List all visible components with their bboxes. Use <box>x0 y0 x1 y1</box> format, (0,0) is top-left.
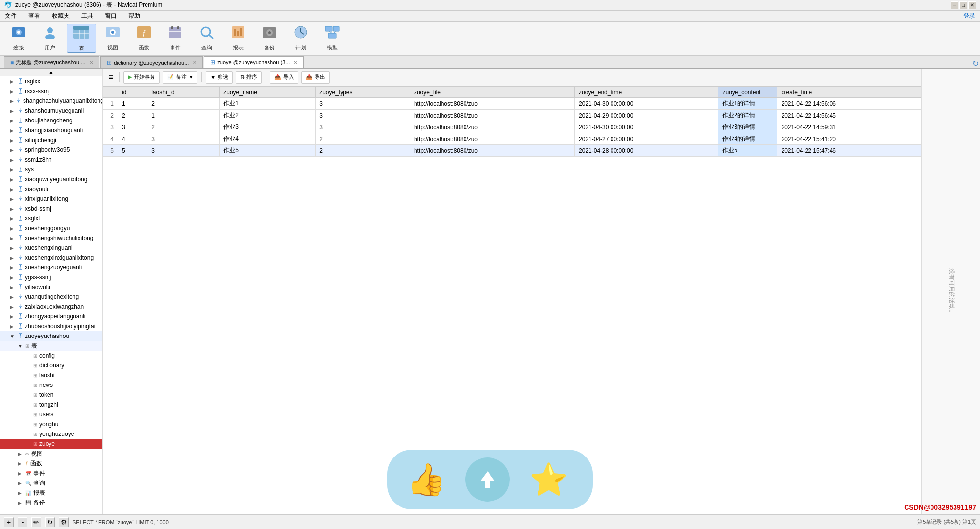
sidebar-item-shouji[interactable]: ▶ 🗄 shoujishangcheng <box>0 116 102 125</box>
sidebar-table-news[interactable]: ⊞ news <box>0 380 102 390</box>
config-button[interactable]: ⚙ <box>59 517 69 527</box>
create-time-cell[interactable]: 2021-04-22 15:47:46 <box>777 145 921 157</box>
sidebar-group-queries[interactable]: ▶ 🔍 查询 <box>0 478 102 488</box>
col-header-zuoye-end-time[interactable]: zuoye_end_time <box>575 87 718 98</box>
sidebar-item-xiaoyoulu[interactable]: ▶ 🗄 xiaoyoulu <box>0 184 102 194</box>
col-header-create-time[interactable]: create_time <box>777 87 921 98</box>
sidebar-item-zaixiaoxuex[interactable]: ▶ 🗄 zaixiaoxuexiwangzhan <box>0 302 102 312</box>
sidebar-item-springboot[interactable]: ▶ 🗄 springbootw3o95 <box>0 145 102 155</box>
zuoye-content-cell[interactable]: 作业3的详情 <box>718 121 777 133</box>
login-button[interactable]: 登录 <box>960 11 978 21</box>
zuoye-types-cell[interactable]: 3 <box>316 110 410 121</box>
create-time-cell[interactable]: 2021-04-22 15:41:20 <box>777 133 921 145</box>
tool-backup[interactable]: 备份 <box>255 24 284 53</box>
zuoye-content-cell[interactable]: 作业5 <box>718 145 777 157</box>
tool-query[interactable]: 查询 <box>192 24 221 53</box>
create-time-cell[interactable]: 2021-04-22 14:56:06 <box>777 98 921 110</box>
sidebar-table-zuoye[interactable]: ⊞ zuoye <box>0 439 102 449</box>
sidebar-item-rsglxx[interactable]: ▶ 🗄 rsglxx <box>0 76 102 86</box>
col-header-zuoye-name[interactable]: zuoye_name <box>220 87 316 98</box>
sidebar-item-xueshengxinxi[interactable]: ▶ 🗄 xueshengxinxiguanlixitong <box>0 253 102 263</box>
sort-button[interactable]: ⇅ 排序 <box>236 71 262 84</box>
tool-event[interactable]: 事件 <box>161 24 190 53</box>
row-num-cell[interactable]: 4 <box>103 133 118 145</box>
create-time-cell[interactable]: 2021-04-22 14:59:31 <box>777 121 921 133</box>
zuoye-end-time-cell[interactable]: 2021-04-28 00:00:00 <box>575 145 718 157</box>
maximize-button[interactable]: □ <box>959 1 967 9</box>
sidebar-item-xinxiguan[interactable]: ▶ 🗄 xinxiguanlixitong <box>0 194 102 204</box>
table-row[interactable]: 443作业42http://localhost:8080/zuo2021-04-… <box>103 133 921 145</box>
sidebar-item-ygss[interactable]: ▶ 🗄 ygss-ssmj <box>0 272 102 282</box>
zuoye-file-cell[interactable]: http://localhost:8080/zuo <box>410 110 574 121</box>
sidebar-table-dictionary[interactable]: ⊞ dictionary <box>0 361 102 370</box>
filter-button[interactable]: ▼ 筛选 <box>206 71 233 84</box>
col-header-zuoye-types[interactable]: zuoye_types <box>316 87 410 98</box>
sidebar-group-reports[interactable]: ▶ 📊 报表 <box>0 488 102 498</box>
id-cell[interactable]: 5 <box>118 145 147 157</box>
sidebar-item-xiaoquwuye[interactable]: ▶ 🗄 xiaoquwuyeguanlixitong <box>0 174 102 184</box>
table-row[interactable]: 112作业13http://localhost:8080/zuo2021-04-… <box>103 98 921 110</box>
sidebar-item-ssm1z8hn[interactable]: ▶ 🗄 ssm1z8hn <box>0 155 102 165</box>
zuoye-name-cell[interactable]: 作业3 <box>220 121 316 133</box>
menu-tools[interactable]: 工具 <box>78 11 96 21</box>
sidebar-table-yonghuzuoye[interactable]: ⊞ yonghuzuoye <box>0 429 102 439</box>
laoshi-id-cell[interactable]: 2 <box>147 121 220 133</box>
tab-unnamed[interactable]: ■ 无标题 @zuoyeyuchashou ... ✕ <box>4 56 99 68</box>
export-button[interactable]: 📤 导出 <box>301 71 330 84</box>
sidebar-item-xsglxt[interactable]: ▶ 🗄 xsglxt <box>0 214 102 223</box>
zuoye-file-cell[interactable]: http://localhost:8080/zuo <box>410 121 574 133</box>
zuoye-types-cell[interactable]: 2 <box>316 145 410 157</box>
sidebar-group-tables[interactable]: ▼ ⊞ 表 <box>0 341 102 351</box>
col-header-zuoye-content[interactable]: zuoye_content <box>718 87 777 98</box>
menu-favorites[interactable]: 收藏夹 <box>49 11 73 21</box>
menu-file[interactable]: 文件 <box>2 11 20 21</box>
zuoye-name-cell[interactable]: 作业2 <box>220 110 316 121</box>
tool-schedule[interactable]: 计划 <box>286 24 316 53</box>
table-menu-icon[interactable]: ≡ <box>107 73 115 82</box>
id-cell[interactable]: 1 <box>118 98 147 110</box>
tool-table[interactable]: 表 <box>67 24 96 53</box>
sidebar-item-xueshengzuoye[interactable]: ▶ 🗄 xueshengzuoyeguanli <box>0 263 102 272</box>
note-button[interactable]: 📝 备注 ▼ <box>163 71 197 84</box>
zuoye-content-cell[interactable]: 作业2的详情 <box>718 110 777 121</box>
sidebar-table-yonghu[interactable]: ⊞ yonghu <box>0 419 102 429</box>
sidebar-item-rsxx-ssmj[interactable]: ▶ 🗄 rsxx-ssmj <box>0 86 102 96</box>
sidebar-group-views[interactable]: ▶ ∞ 视图 <box>0 449 102 458</box>
id-cell[interactable]: 2 <box>118 110 147 121</box>
zuoye-types-cell[interactable]: 3 <box>316 98 410 110</box>
close-button[interactable]: ✕ <box>968 1 976 9</box>
laoshi-id-cell[interactable]: 3 <box>147 145 220 157</box>
sidebar-group-backups[interactable]: ▶ 💾 备份 <box>0 498 102 507</box>
sidebar-item-yuanqu[interactable]: ▶ 🗄 yuanqutingchexitong <box>0 292 102 302</box>
row-num-cell[interactable]: 3 <box>103 121 118 133</box>
tool-connect[interactable]: 连接 <box>4 24 33 53</box>
sidebar-item-yiliaowulu[interactable]: ▶ 🗄 yiliaowulu <box>0 282 102 292</box>
sidebar-item-xueshengxin[interactable]: ▶ 🗄 xueshengxinguanli <box>0 243 102 253</box>
table-row[interactable]: 221作业23http://localhost:8080/zuo2021-04-… <box>103 110 921 121</box>
sidebar-item-shanshao[interactable]: ▶ 🗄 shanshoumuyueguanli <box>0 106 102 116</box>
table-row[interactable]: 332作业33http://localhost:8080/zuo2021-04-… <box>103 121 921 133</box>
tab-zuoye-close[interactable]: ✕ <box>294 60 297 65</box>
sidebar-table-laoshi[interactable]: ⊞ laoshi <box>0 370 102 380</box>
zuoye-file-cell[interactable]: http://localhost:8080/zuo <box>410 145 574 157</box>
sidebar-table-token[interactable]: ⊞ token <box>0 390 102 400</box>
row-num-cell[interactable]: 1 <box>103 98 118 110</box>
tab-dictionary[interactable]: ⊞ dictionary @zuoyeyuchashou... ✕ <box>100 56 203 68</box>
laoshi-id-cell[interactable]: 2 <box>147 98 220 110</box>
delete-row-button[interactable]: - <box>18 517 27 527</box>
sidebar-table-users[interactable]: ⊞ users <box>0 409 102 419</box>
tool-report[interactable]: 报表 <box>223 24 253 53</box>
sidebar-group-funcs[interactable]: ▶ ƒ 函数 <box>0 458 102 468</box>
sidebar-item-shangji[interactable]: ▶ 🗄 shangjixiaoshouguanli <box>0 125 102 135</box>
sidebar-item-zhubao[interactable]: ▶ 🗄 zhubaoshoushijiaoyipingtai <box>0 321 102 331</box>
tool-model[interactable]: 模型 <box>318 24 347 53</box>
sidebar-item-xsbd[interactable]: ▶ 🗄 xsbd-ssmj <box>0 204 102 214</box>
zuoye-end-time-cell[interactable]: 2021-04-29 00:00:00 <box>575 110 718 121</box>
sidebar-item-xueshenggongyu[interactable]: ▶ 🗄 xueshenggongyu <box>0 223 102 233</box>
laoshi-id-cell[interactable]: 3 <box>147 133 220 145</box>
import-button[interactable]: 📥 导入 <box>270 71 298 84</box>
tool-view[interactable]: 视图 <box>98 24 127 53</box>
col-header-zuoye-file[interactable]: zuoye_file <box>410 87 574 98</box>
sidebar-table-config[interactable]: ⊞ config <box>0 351 102 361</box>
minimize-button[interactable]: ─ <box>951 1 958 9</box>
